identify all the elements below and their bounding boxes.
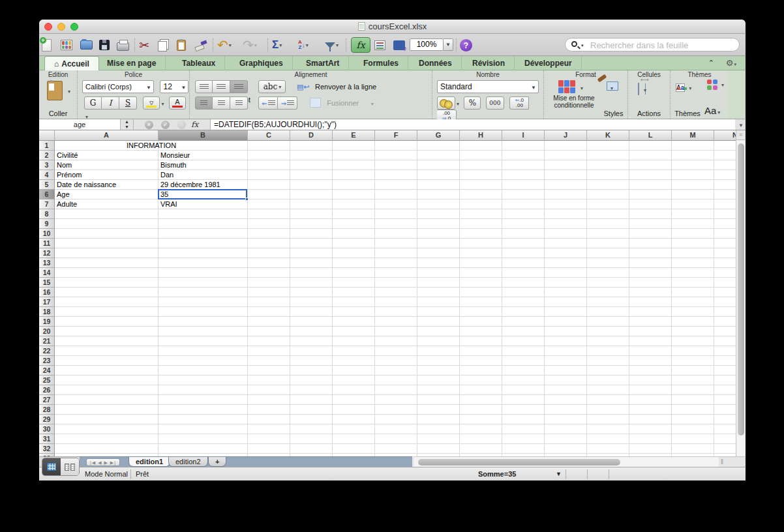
- row-header-15[interactable]: 15: [39, 278, 55, 288]
- normal-view-button[interactable]: [42, 458, 61, 475]
- row-header-28[interactable]: 28: [39, 405, 55, 415]
- row-header-30[interactable]: 30: [39, 424, 55, 434]
- align-middle-button[interactable]: [213, 80, 230, 93]
- column-header-D[interactable]: D: [290, 130, 333, 141]
- column-header-L[interactable]: L: [629, 130, 672, 141]
- column-header-F[interactable]: F: [375, 130, 417, 141]
- horizontal-scrollbar-thumb[interactable]: [418, 459, 620, 466]
- font-size-select[interactable]: 12▼: [160, 80, 188, 93]
- percent-format-button[interactable]: %: [464, 96, 481, 110]
- zoom-value[interactable]: 100%: [410, 38, 444, 51]
- scrollbar-resize-grip[interactable]: ‖: [721, 458, 724, 466]
- cell-A3[interactable]: Nom: [55, 160, 158, 170]
- accept-formula-button[interactable]: ✓: [161, 121, 170, 129]
- italic-button[interactable]: I: [102, 96, 119, 110]
- formula-builder-button[interactable]: fx: [351, 37, 370, 53]
- currency-arrow[interactable]: ▾: [457, 101, 459, 107]
- tab-accueil[interactable]: ⌂Accueil: [44, 56, 99, 70]
- cell-A2[interactable]: Civilité: [55, 151, 158, 160]
- page-layout-view-button[interactable]: [61, 458, 79, 475]
- underline-button[interactable]: S: [119, 96, 137, 110]
- themes-button[interactable]: Aa ▾: [676, 81, 685, 93]
- row-header-12[interactable]: 12: [39, 248, 55, 258]
- wrap-text-icon[interactable]: ▤↩: [297, 83, 310, 91]
- sort-button[interactable]: AZ↓▾: [298, 37, 309, 53]
- cell-B5[interactable]: 29 décembre 1981: [158, 180, 248, 190]
- sheet-tab-edition2[interactable]: edition2: [168, 457, 208, 467]
- gallery-button[interactable]: [61, 37, 72, 53]
- increase-indent-button[interactable]: ⇒: [278, 96, 297, 110]
- actions-button[interactable]: ▾: [638, 83, 639, 95]
- align-bottom-button[interactable]: [230, 80, 248, 93]
- row-header-20[interactable]: 20: [39, 327, 55, 336]
- row-header-23[interactable]: 23: [39, 356, 55, 366]
- formula-bar-expand-arrow[interactable]: ▼: [738, 123, 744, 128]
- ribbon-gear-icon[interactable]: ⚙▾: [726, 58, 736, 68]
- tab-mise-en-page[interactable]: Mise en page: [98, 56, 166, 70]
- merge-label[interactable]: Fusionner: [327, 99, 359, 107]
- sum-indicator[interactable]: Somme=35: [478, 470, 516, 478]
- tab-revision[interactable]: Révision: [463, 56, 515, 70]
- tab-graphiques[interactable]: Graphiques: [230, 56, 293, 70]
- text-orientation-button[interactable]: abc▾: [258, 80, 286, 93]
- row-header-9[interactable]: 9: [39, 219, 55, 229]
- column-header-J[interactable]: J: [545, 130, 587, 141]
- row-header-26[interactable]: 26: [39, 385, 55, 395]
- format-painter-button[interactable]: [195, 37, 207, 53]
- row-header-18[interactable]: 18: [39, 307, 55, 317]
- media-browser-button[interactable]: [393, 37, 405, 53]
- column-header-C[interactable]: C: [248, 130, 290, 141]
- row-header-27[interactable]: 27: [39, 395, 55, 405]
- cancel-formula-button[interactable]: ×: [145, 121, 153, 129]
- decrease-indent-button[interactable]: ⇐: [258, 96, 278, 110]
- row-header-2[interactable]: 2: [39, 151, 55, 160]
- column-header-K[interactable]: K: [587, 130, 629, 141]
- zoom-dropdown-arrow[interactable]: ▼: [444, 38, 453, 51]
- font-name-select[interactable]: Calibri (Corps)▼: [82, 80, 154, 93]
- paste-dropdown-arrow[interactable]: ▾: [68, 89, 70, 95]
- cell-A4[interactable]: Prénom: [55, 170, 158, 180]
- vertical-split-handle[interactable]: =: [736, 130, 746, 140]
- row-header-16[interactable]: 16: [39, 288, 55, 297]
- copy-button[interactable]: [158, 37, 167, 53]
- row-header-21[interactable]: 21: [39, 336, 55, 346]
- tab-smartart[interactable]: SmartArt: [297, 56, 349, 70]
- new-document-button[interactable]: +: [42, 37, 52, 53]
- sheet-tab-edition1[interactable]: edition1: [128, 457, 170, 467]
- bold-button[interactable]: G: [84, 96, 102, 110]
- tab-donnees[interactable]: Données: [410, 56, 462, 70]
- name-box-stepper[interactable]: ▲▼: [121, 119, 134, 130]
- fill-handle[interactable]: [245, 198, 249, 201]
- row-header-5[interactable]: 5: [39, 180, 55, 190]
- merge-arrow[interactable]: ▾: [371, 101, 374, 107]
- row-header-14[interactable]: 14: [39, 268, 55, 278]
- worksheet-grid[interactable]: ABCDEFGHIJKLMN12345678910111213141516171…: [39, 130, 736, 456]
- column-header-I[interactable]: I: [502, 130, 545, 141]
- align-top-button[interactable]: [195, 80, 213, 93]
- cell-A1[interactable]: INFORMATION: [55, 141, 248, 151]
- add-sheet-button[interactable]: +: [208, 457, 226, 467]
- fill-color-button[interactable]: 🜄: [143, 96, 160, 110]
- row-header-1[interactable]: 1: [39, 141, 55, 151]
- sum-dropdown-arrow[interactable]: ▼: [556, 471, 562, 477]
- filter-button[interactable]: ▾: [325, 37, 339, 53]
- formula-builder-circle-button[interactable]: [177, 121, 186, 129]
- font-color-button[interactable]: A: [169, 96, 186, 110]
- merge-cells-icon[interactable]: [310, 98, 321, 108]
- search-input[interactable]: ▾ Rechercher dans la feuille: [565, 38, 740, 52]
- redo-button[interactable]: ↷▾: [243, 37, 257, 53]
- ribbon-collapse-chevron[interactable]: ⌃: [708, 59, 714, 67]
- cell-B2[interactable]: Monsieur: [158, 151, 248, 160]
- row-header-19[interactable]: 19: [39, 317, 55, 327]
- theme-colors-button[interactable]: ▾: [707, 80, 717, 90]
- vertical-scrollbar[interactable]: [736, 130, 746, 456]
- row-header-25[interactable]: 25: [39, 376, 55, 385]
- cell-A7[interactable]: Adulte: [55, 200, 158, 209]
- paste-button[interactable]: ▾: [47, 81, 63, 103]
- row-header-10[interactable]: 10: [39, 229, 55, 239]
- row-header-4[interactable]: 4: [39, 170, 55, 180]
- vertical-scrollbar-thumb[interactable]: [738, 143, 744, 436]
- row-header-6[interactable]: 6: [39, 190, 55, 200]
- open-button[interactable]: [80, 37, 93, 53]
- cell-B7[interactable]: VRAI: [158, 200, 248, 209]
